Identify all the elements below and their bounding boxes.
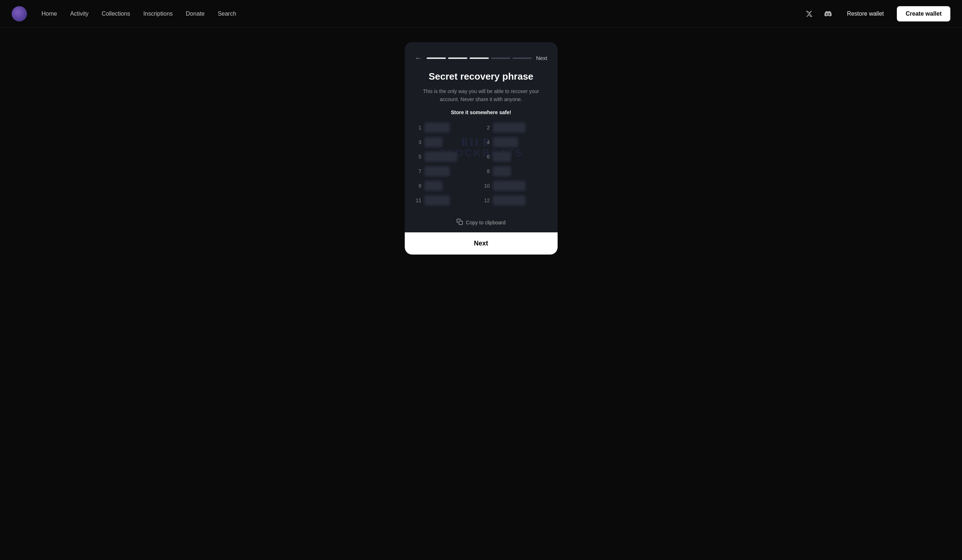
- word-num-4: 4: [483, 139, 490, 145]
- discord-button[interactable]: [822, 8, 834, 19]
- word-pill-6: [493, 152, 511, 162]
- word-pill-7: [425, 166, 450, 176]
- word-row-10: 10: [483, 181, 547, 191]
- word-row-5: 5: [415, 152, 479, 162]
- nav-links: Home Activity Collections Inscriptions D…: [42, 11, 803, 17]
- word-pill-12: [493, 195, 526, 206]
- modal-description: This is the only way you will be able to…: [415, 87, 547, 104]
- word-row-9: 9: [415, 181, 479, 191]
- modal-title: Secret recovery phrase: [415, 71, 547, 82]
- word-row-1: 1: [415, 122, 479, 133]
- word-pill-1: [425, 122, 450, 133]
- word-num-12: 12: [483, 198, 490, 203]
- word-row-12: 12: [483, 195, 547, 206]
- word-num-3: 3: [415, 139, 421, 145]
- copy-icon: [457, 219, 463, 227]
- word-pill-10: [493, 181, 526, 191]
- restore-wallet-button[interactable]: Restore wallet: [841, 7, 889, 21]
- word-num-5: 5: [415, 154, 421, 159]
- nav-donate[interactable]: Donate: [186, 11, 205, 17]
- progress-bars: [426, 58, 532, 59]
- progress-bar-1: [426, 58, 446, 59]
- copy-label: Copy to clipboard: [466, 220, 505, 225]
- navbar-right: Restore wallet Create wallet: [803, 6, 950, 21]
- word-row-6: 6: [483, 152, 547, 162]
- word-num-2: 2: [483, 125, 490, 130]
- back-button[interactable]: ←: [415, 54, 422, 62]
- progress-bar-2: [448, 58, 467, 59]
- word-num-8: 8: [483, 168, 490, 174]
- store-safe-label: Store it somewhere safe!: [415, 109, 547, 115]
- progress-bar-5: [512, 58, 532, 59]
- discord-icon: [825, 10, 832, 18]
- progress-bar-3: [470, 58, 489, 59]
- copy-to-clipboard[interactable]: Copy to clipboard: [415, 213, 547, 232]
- nav-collections[interactable]: Collections: [102, 11, 130, 17]
- nav-activity[interactable]: Activity: [70, 11, 89, 17]
- main-content: ▐▌▌▌▐▌▐▌ BLOCKBEATS ← Next Secret recove…: [0, 27, 962, 560]
- next-button[interactable]: Next: [405, 232, 558, 254]
- modal-card: ▐▌▌▌▐▌▐▌ BLOCKBEATS ← Next Secret recove…: [405, 42, 558, 254]
- word-row-8: 8: [483, 166, 547, 176]
- nav-home[interactable]: Home: [42, 11, 57, 17]
- word-row-3: 3: [415, 137, 479, 147]
- word-pill-2: [493, 122, 526, 133]
- next-step-label[interactable]: Next: [536, 55, 547, 61]
- progress-bar-4: [491, 58, 510, 59]
- nav-inscriptions[interactable]: Inscriptions: [144, 11, 173, 17]
- word-pill-5: [425, 152, 457, 162]
- word-pill-4: [493, 137, 518, 147]
- word-row-4: 4: [483, 137, 547, 147]
- navbar: Home Activity Collections Inscriptions D…: [0, 0, 962, 27]
- word-grid: 1 2 3 4 5 6: [415, 122, 547, 206]
- word-row-2: 2: [483, 122, 547, 133]
- twitter-icon: [805, 10, 813, 18]
- twitter-button[interactable]: [803, 8, 815, 19]
- svg-rect-0: [459, 221, 463, 225]
- app-logo[interactable]: [12, 6, 27, 21]
- word-pill-8: [493, 166, 511, 176]
- word-pill-9: [425, 181, 442, 191]
- word-num-11: 11: [415, 198, 421, 203]
- word-num-10: 10: [483, 183, 490, 189]
- word-num-7: 7: [415, 168, 421, 174]
- word-pill-3: [425, 137, 442, 147]
- word-row-7: 7: [415, 166, 479, 176]
- word-num-9: 9: [415, 183, 421, 189]
- nav-search[interactable]: Search: [218, 11, 236, 17]
- progress-row: ← Next: [415, 54, 547, 62]
- word-pill-11: [425, 195, 450, 206]
- word-row-11: 11: [415, 195, 479, 206]
- word-num-1: 1: [415, 125, 421, 130]
- create-wallet-button[interactable]: Create wallet: [897, 6, 950, 21]
- word-num-6: 6: [483, 154, 490, 159]
